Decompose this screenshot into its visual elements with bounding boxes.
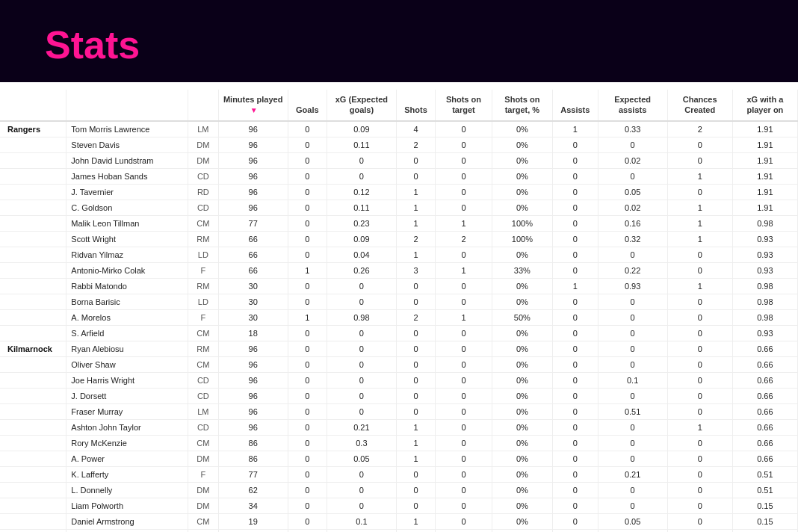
cell-chances-created: 0 xyxy=(667,403,732,419)
cell-xg: 0 xyxy=(327,403,396,419)
cell-shots-on-target: 0 xyxy=(436,451,492,466)
cell-assists: 0 xyxy=(553,294,598,309)
cell-goals: 0 xyxy=(288,419,327,435)
cell-shots-on-target-pct: 0% xyxy=(492,137,552,152)
cell-player: K. Lafferty xyxy=(66,466,188,482)
cell-minutes: 9 xyxy=(218,529,288,532)
table-row: James Hoban SandsCD9600000%0011.91 xyxy=(0,168,798,184)
cell-shots: 1 xyxy=(396,419,435,435)
cell-shots: 1 xyxy=(396,247,435,262)
cell-team xyxy=(0,309,66,325)
cell-goals: 0 xyxy=(288,435,327,451)
cell-team xyxy=(0,403,66,419)
cell-assists: 0 xyxy=(553,498,598,513)
cell-team xyxy=(0,372,66,388)
table-row: Borna BarisicLD3000000%0000.98 xyxy=(0,294,798,309)
cell-xg-player-on: 0 xyxy=(732,529,797,532)
cell-shots-on-target: 0 xyxy=(436,356,492,372)
cell-shots-on-target-pct: 0% xyxy=(492,372,552,388)
cell-shots: 0 xyxy=(396,168,435,184)
cell-shots-on-target: 0 xyxy=(436,403,492,419)
cell-shots: 1 xyxy=(396,200,435,215)
table-row: KilmarnockRyan AlebiosuRM9600000%0000.66 xyxy=(0,341,798,356)
cell-minutes: 77 xyxy=(218,215,288,231)
cell-xg-player-on: 0.66 xyxy=(732,388,797,403)
col-header-goals: Goals xyxy=(288,90,327,121)
col-header-shots-on-target: Shots on target xyxy=(436,90,492,121)
cell-expected-assists: 0 xyxy=(598,294,667,309)
cell-minutes: 96 xyxy=(218,200,288,215)
cell-expected-assists: 0 xyxy=(598,168,667,184)
cell-xg-player-on: 0.93 xyxy=(732,325,797,341)
cell-chances-created: 1 xyxy=(667,168,732,184)
col-header-minutes[interactable]: Minutes played ▼ xyxy=(218,90,288,121)
cell-assists: 0 xyxy=(553,247,598,262)
cell-shots: 1 xyxy=(396,513,435,529)
cell-assists: 0 xyxy=(553,184,598,200)
cell-shots: 2 xyxy=(396,137,435,152)
cell-chances-created: 1 xyxy=(667,200,732,215)
cell-minutes: 96 xyxy=(218,152,288,168)
cell-position: DM xyxy=(188,152,219,168)
cell-shots-on-target: 0 xyxy=(436,278,492,294)
cell-shots: 0 xyxy=(396,152,435,168)
cell-shots-on-target: 0 xyxy=(436,184,492,200)
cell-team xyxy=(0,435,66,451)
table-row: C. GoldsonCD9600.11100%00.0211.91 xyxy=(0,200,798,215)
cell-shots: 0 xyxy=(396,403,435,419)
cell-xg: 0.26 xyxy=(327,262,396,278)
cell-minutes: 86 xyxy=(218,435,288,451)
cell-team xyxy=(0,168,66,184)
table-row: John David LundstramDM9600000%00.0201.91 xyxy=(0,152,798,168)
cell-shots-on-target-pct: 0% xyxy=(492,482,552,498)
cell-team xyxy=(0,388,66,403)
cell-chances-created: 1 xyxy=(667,215,732,231)
cell-position: CM xyxy=(188,215,219,231)
table-row: Daniel ArmstrongCM1900.1100%00.0500.15 xyxy=(0,513,798,529)
table-row: Joe Harris WrightCD9600000%00.100.66 xyxy=(0,372,798,388)
col-header-xg: xG (Expected goals) xyxy=(327,90,396,121)
cell-chances-created: 0 xyxy=(667,341,732,356)
cell-minutes: 96 xyxy=(218,419,288,435)
cell-shots-on-target-pct: 0% xyxy=(492,200,552,215)
cell-minutes: 96 xyxy=(218,137,288,152)
cell-xg-player-on: 0.51 xyxy=(732,466,797,482)
cell-minutes: 30 xyxy=(218,309,288,325)
cell-position: DM xyxy=(188,451,219,466)
cell-minutes: 19 xyxy=(218,513,288,529)
cell-shots: 3 xyxy=(396,262,435,278)
cell-assists: 0 xyxy=(553,513,598,529)
col-header-shots: Shots xyxy=(396,90,435,121)
cell-xg: 0 xyxy=(327,278,396,294)
cell-shots: 1 xyxy=(396,215,435,231)
cell-shots-on-target: 0 xyxy=(436,200,492,215)
cell-player: Scott Wright xyxy=(66,231,188,247)
cell-xg: 0.09 xyxy=(327,121,396,137)
cell-team: Rangers xyxy=(0,121,66,137)
cell-player: Kerr McInroy xyxy=(66,529,188,532)
cell-assists: 0 xyxy=(553,403,598,419)
cell-assists: 0 xyxy=(553,529,598,532)
cell-player: S. Arfield xyxy=(66,325,188,341)
cell-chances-created: 0 xyxy=(667,435,732,451)
cell-shots-on-target-pct: 0% xyxy=(492,403,552,419)
cell-expected-assists: 0.22 xyxy=(598,262,667,278)
cell-xg-player-on: 0.98 xyxy=(732,215,797,231)
cell-shots-on-target: 0 xyxy=(436,498,492,513)
cell-player: J. Dorsett xyxy=(66,388,188,403)
cell-player: Ashton John Taylor xyxy=(66,419,188,435)
cell-minutes: 96 xyxy=(218,341,288,356)
cell-position: RM xyxy=(188,341,219,356)
cell-player: L. Donnelly xyxy=(66,482,188,498)
cell-xg-player-on: 0.66 xyxy=(732,419,797,435)
cell-shots-on-target: 0 xyxy=(436,529,492,532)
cell-goals: 0 xyxy=(288,529,327,532)
cell-minutes: 96 xyxy=(218,403,288,419)
cell-team xyxy=(0,356,66,372)
cell-expected-assists: 0.21 xyxy=(598,466,667,482)
cell-team xyxy=(0,325,66,341)
table-row: Steven DavisDM9600.11200%0001.91 xyxy=(0,137,798,152)
cell-assists: 0 xyxy=(553,168,598,184)
col-header-xg-player-on: xG with a player on xyxy=(732,90,797,121)
cell-xg: 0 xyxy=(327,341,396,356)
